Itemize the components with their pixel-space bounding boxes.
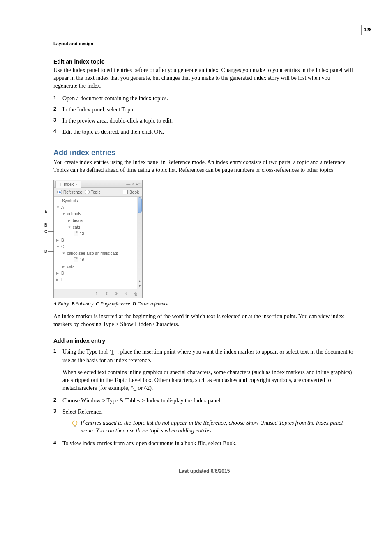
- new-entry-icon[interactable]: ✧: [123, 291, 129, 296]
- step-number: 1: [53, 94, 56, 102]
- step-text: Edit the topic as desired, and then clic…: [62, 129, 164, 135]
- row-pageref-13[interactable]: 13: [56, 230, 142, 237]
- step: 2Choose Window > Type & Tables > Index t…: [53, 396, 355, 405]
- step: 2In the Index panel, select Topic.: [53, 105, 355, 114]
- row-cats[interactable]: ▶cats: [56, 263, 142, 270]
- grip-icon: ⋮: [59, 183, 62, 186]
- scrollbar-thumb[interactable]: [138, 197, 142, 213]
- panel-tab-label: Index: [64, 182, 74, 187]
- row-letter-e[interactable]: ▶E: [56, 276, 142, 283]
- row-animals[interactable]: ▼animals: [56, 210, 142, 217]
- checkbox-book[interactable]: Book: [123, 190, 139, 194]
- go-down-icon[interactable]: ↧: [104, 291, 109, 296]
- step: 3Select Reference. If entries added to t…: [53, 407, 355, 435]
- checkbox-icon: [123, 190, 128, 194]
- tip-text: If entries added to the Topic list do no…: [81, 419, 355, 435]
- svg-point-0: [73, 421, 77, 425]
- row-bears[interactable]: ▶bears: [56, 217, 142, 224]
- row-calico[interactable]: ▼calico.see also animals:cats: [56, 250, 142, 257]
- go-up-icon[interactable]: ↥: [94, 291, 99, 296]
- step-number: 2: [53, 105, 56, 113]
- step-text: Select Reference.: [62, 409, 103, 415]
- radio-reference-label: Reference: [63, 190, 82, 194]
- step-text: Choose Window > Type & Tables > Index to…: [62, 398, 222, 404]
- disclosure-right-icon: ▶: [56, 271, 60, 275]
- step-number: 4: [53, 127, 56, 135]
- radio-icon: [85, 190, 90, 194]
- panel-body: Symbols ▼A ▼animals ▶bears ▼cats 13 ▶B ▼…: [54, 197, 142, 289]
- section-heading-add: Add index entries: [53, 148, 355, 157]
- type-tool-icon: [109, 349, 116, 355]
- panel-mode-row: Reference Topic Book: [54, 188, 142, 197]
- step-number: 1: [53, 347, 56, 355]
- scrollbar[interactable]: ▴ ▾: [137, 197, 142, 289]
- panel-tab-index[interactable]: ⋮ Index ×: [55, 181, 81, 188]
- radio-topic-label: Topic: [91, 190, 100, 194]
- row-letter-b[interactable]: ▶B: [56, 237, 142, 243]
- step-number: 4: [53, 439, 56, 446]
- minimize-icon[interactable]: —: [126, 182, 130, 186]
- step-text: To view index entries from any open docu…: [62, 440, 237, 446]
- close-icon[interactable]: ×: [75, 183, 77, 187]
- step-text: Open a document containing the index top…: [62, 95, 168, 102]
- scroll-down-icon[interactable]: ▾: [137, 284, 142, 289]
- disclosure-down-icon: ▼: [56, 245, 60, 249]
- step-number: 2: [53, 396, 56, 404]
- callout-c: C: [44, 229, 47, 234]
- footer-updated: Last updated 6/6/2015: [53, 468, 355, 474]
- figure: A B C D ⋮ Index × — × ▸≡: [44, 180, 355, 298]
- panel-tabbar: ⋮ Index × — × ▸≡: [54, 180, 142, 188]
- disclosure-right-icon: ▶: [56, 278, 60, 282]
- scroll-up-icon[interactable]: ▴: [137, 279, 142, 284]
- delete-icon[interactable]: 🗑: [133, 291, 139, 296]
- row-cats-sub[interactable]: ▼cats: [56, 224, 142, 230]
- row-letter-c[interactable]: ▼C: [56, 243, 142, 250]
- row-pageref-16[interactable]: 16: [56, 257, 142, 263]
- step: 1Open a document containing the index to…: [53, 94, 355, 103]
- row-letter-a[interactable]: ▼A: [56, 204, 142, 210]
- page-icon: [74, 231, 78, 236]
- figure-caption: A Entry B Subentry C Page reference D Cr…: [53, 301, 355, 307]
- callout-b: B: [44, 223, 47, 227]
- step: 4Edit the topic as desired, and then cli…: [53, 127, 355, 136]
- callout-a: A: [44, 210, 47, 214]
- row-symbols[interactable]: Symbols: [56, 197, 142, 204]
- radio-icon: [57, 190, 62, 194]
- index-panel: ⋮ Index × — × ▸≡ Reference Topic Book Sy…: [53, 180, 143, 298]
- step-number: 3: [53, 407, 56, 415]
- radio-topic[interactable]: Topic: [85, 190, 100, 194]
- disclosure-down-icon: ▼: [62, 212, 66, 216]
- section-intro-edit: Use the Index panel to edit entries befo…: [53, 67, 355, 90]
- callout-d: D: [44, 249, 47, 254]
- disclosure-right-icon: ▶: [68, 219, 71, 222]
- step: 3In the preview area, double-click a top…: [53, 116, 355, 125]
- chapter-title: Layout and design: [53, 41, 355, 46]
- checkbox-book-label: Book: [129, 190, 139, 194]
- svg-rect-1: [74, 426, 76, 427]
- step-text: In the Index panel, select Topic.: [62, 106, 136, 113]
- after-figure-paragraph: An index marker is inserted at the begin…: [53, 313, 355, 328]
- step-text-part1: Using the Type tool: [62, 349, 109, 355]
- tip: If entries added to the Topic list do no…: [71, 419, 355, 435]
- step-subparagraph: When selected text contains inline graph…: [62, 369, 355, 392]
- panel-footer: ↥ ↧ ⟳ ✧ 🗑: [54, 289, 142, 298]
- step: 4To view index entries from any open doc…: [53, 439, 355, 448]
- update-icon[interactable]: ⟳: [113, 291, 119, 296]
- radio-reference[interactable]: Reference: [57, 190, 82, 194]
- panel-menu-icon[interactable]: ▸≡: [136, 182, 141, 186]
- page-icon: [74, 257, 78, 262]
- step-number: 3: [53, 116, 56, 124]
- disclosure-right-icon: ▶: [56, 238, 60, 242]
- row-letter-d[interactable]: ▶D: [56, 270, 142, 276]
- section-intro-add: You create index entries using the Index…: [53, 159, 355, 174]
- section-heading-add-entry: Add an index entry: [53, 338, 355, 344]
- lightbulb-icon: [71, 420, 78, 431]
- step-text: In the preview area, double-click a topi…: [62, 118, 173, 124]
- page-number: 128: [361, 25, 371, 35]
- disclosure-down-icon: ▼: [56, 206, 60, 209]
- disclosure-down-icon: ▼: [68, 225, 71, 229]
- close-icon[interactable]: ×: [132, 182, 134, 186]
- disclosure-right-icon: ▶: [62, 265, 66, 268]
- section-heading-edit: Edit an index topic: [53, 58, 355, 65]
- disclosure-down-icon: ▼: [62, 252, 66, 255]
